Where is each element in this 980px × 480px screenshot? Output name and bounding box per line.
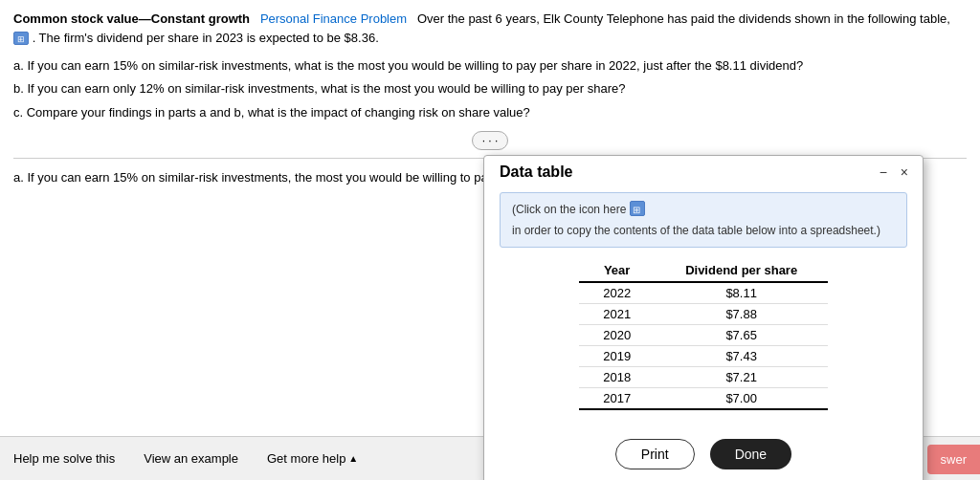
table-row: 2020$7.65 bbox=[579, 325, 828, 346]
personal-finance-link[interactable]: Personal Finance Problem bbox=[260, 11, 407, 26]
modal-close-button[interactable]: × bbox=[898, 164, 911, 180]
cell-dividend: $7.88 bbox=[655, 304, 828, 325]
modal-footer: Print Done bbox=[484, 425, 923, 480]
done-button[interactable]: Done bbox=[710, 439, 791, 469]
cell-year: 2020 bbox=[579, 325, 655, 346]
modal-minimize-button[interactable]: − bbox=[877, 164, 890, 180]
cell-dividend: $7.65 bbox=[655, 325, 828, 346]
sub-question-c: c. Compare your findings in parts a and … bbox=[13, 101, 967, 123]
dividend-table: Year Dividend per share 2022$8.112021$7.… bbox=[579, 259, 828, 410]
cell-dividend: $7.21 bbox=[655, 367, 828, 388]
table-row: 2021$7.88 bbox=[579, 304, 828, 325]
spreadsheet-icon[interactable] bbox=[630, 201, 645, 216]
data-table-modal: Data table − × (Click on the icon here i… bbox=[483, 155, 924, 480]
copy-note-before: (Click on the icon here bbox=[512, 201, 626, 218]
table-row: 2017$7.00 bbox=[579, 388, 828, 410]
copy-note-after: in order to copy the contents of the dat… bbox=[512, 222, 880, 239]
modal-header-buttons: − × bbox=[877, 164, 911, 180]
expand-btn-row: · · · bbox=[13, 131, 967, 150]
problem-title: Common stock value—Constant growth bbox=[13, 11, 250, 26]
col-year-header: Year bbox=[579, 259, 655, 282]
modal-header: Data table − × bbox=[484, 156, 923, 185]
intro-text2: . The firm's dividend per share in 2023 … bbox=[33, 31, 379, 45]
get-more-help-link[interactable]: Get more help ▲ bbox=[267, 451, 358, 466]
cell-year: 2017 bbox=[579, 388, 655, 410]
cell-year: 2019 bbox=[579, 346, 655, 367]
table-icon[interactable]: ⊞ bbox=[13, 32, 29, 45]
table-body: 2022$8.112021$7.882020$7.652019$7.432018… bbox=[579, 282, 828, 409]
view-example-link[interactable]: View an example bbox=[144, 451, 238, 466]
table-row: 2018$7.21 bbox=[579, 367, 828, 388]
cell-dividend: $7.43 bbox=[655, 346, 828, 367]
table-row: 2019$7.43 bbox=[579, 346, 828, 367]
answer-button[interactable]: swer bbox=[927, 445, 980, 474]
cell-dividend: $7.00 bbox=[655, 388, 828, 410]
modal-title: Data table bbox=[500, 164, 572, 181]
cell-year: 2021 bbox=[579, 304, 655, 325]
expand-button[interactable]: · · · bbox=[472, 131, 509, 150]
print-button[interactable]: Print bbox=[615, 439, 695, 469]
sub-question-b: b. If you can earn only 12% on similar-r… bbox=[13, 77, 967, 99]
table-container: Year Dividend per share 2022$8.112021$7.… bbox=[500, 259, 907, 410]
cell-dividend: $8.11 bbox=[655, 282, 828, 304]
problem-header: Common stock value—Constant growth Perso… bbox=[13, 10, 967, 47]
cell-year: 2022 bbox=[579, 282, 655, 304]
copy-note: (Click on the icon here in order to copy… bbox=[500, 192, 907, 248]
chevron-up-icon: ▲ bbox=[348, 453, 358, 464]
cell-year: 2018 bbox=[579, 367, 655, 388]
sub-question-a: a. If you can earn 15% on similar-risk i… bbox=[13, 55, 967, 76]
modal-body: (Click on the icon here in order to copy… bbox=[484, 185, 923, 425]
col-dividend-header: Dividend per share bbox=[655, 259, 828, 282]
sub-questions: a. If you can earn 15% on similar-risk i… bbox=[13, 55, 967, 123]
get-more-help-label: Get more help bbox=[267, 451, 345, 466]
inner-table-wrap: Year Dividend per share 2022$8.112021$7.… bbox=[579, 259, 828, 410]
table-row: 2022$8.11 bbox=[579, 282, 828, 304]
help-me-solve-link[interactable]: Help me solve this bbox=[13, 451, 115, 466]
intro-text: Over the past 6 years, Elk County Teleph… bbox=[417, 11, 950, 26]
